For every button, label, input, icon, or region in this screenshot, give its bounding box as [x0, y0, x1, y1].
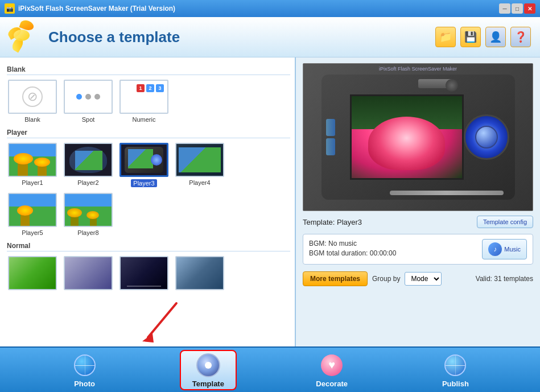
toolbar-photo-btn[interactable]: Photo [56, 350, 113, 390]
minimize-button[interactable]: ─ [499, 3, 510, 14]
player3-label: Player3 [131, 179, 156, 187]
player5-label: Player5 [22, 229, 43, 236]
template-item-player2[interactable]: Player2 [63, 143, 114, 187]
template-item-player1[interactable]: Player1 [7, 143, 58, 187]
player3-screen [128, 149, 153, 168]
more-templates-button[interactable]: More templates [303, 271, 368, 286]
template-item-normal1[interactable] [7, 256, 58, 290]
template-item-player8[interactable]: Player8 [63, 193, 114, 236]
decorate-icon: ♥ [321, 354, 343, 376]
publish-label: Publish [442, 379, 469, 388]
blank-thumb: ⊘ [8, 80, 57, 114]
blank-label: Blank [24, 116, 40, 123]
template-info-row: Template: Player3 Template config [303, 216, 533, 228]
valid-count-label: Valid: 31 templates [476, 275, 533, 283]
template-item-player4[interactable]: Player4 [174, 143, 225, 187]
camera-body [321, 75, 515, 200]
titlebar: 📷 iPixSoft Flash ScreenSaver Maker (Tria… [0, 0, 540, 17]
blank-section-label: Blank [7, 65, 290, 75]
spot-dot-3 [94, 94, 100, 100]
spot-dot-2 [85, 94, 91, 100]
player5-thumb [8, 193, 57, 227]
publish-icon [444, 354, 466, 376]
photo-icon-wrap [72, 352, 98, 378]
blank-template-grid: ⊘ Blank Spot [7, 80, 290, 123]
player2-thumb [64, 143, 113, 177]
publish-icon-wrap [442, 352, 468, 378]
pub-globe-line-v [455, 356, 456, 375]
player4-label: Player4 [189, 179, 210, 186]
photo-icon [74, 354, 96, 376]
cam-btn-2 [326, 138, 335, 155]
pub-globe-line-h [446, 365, 465, 366]
header: Choose a template 📁 💾 👤 ❓ [0, 17, 540, 57]
window-controls: ─ □ ✕ [499, 3, 535, 14]
normal1-thumb [8, 256, 57, 290]
group-by-select[interactable]: Mode Style Type [405, 272, 442, 286]
player4-screen [179, 147, 221, 172]
maximize-button[interactable]: □ [512, 3, 523, 14]
player3-thumb [119, 143, 168, 177]
player4-thumb [175, 143, 224, 177]
cam-btn-1 [326, 119, 335, 136]
p8-head [67, 208, 82, 217]
numeric-badges: 1 2 3 [137, 84, 164, 92]
lens-inner [475, 126, 498, 148]
player1-thumb [8, 143, 57, 177]
toolbar-publish-btn[interactable]: Publish [427, 350, 484, 390]
spot-dot-1 [76, 94, 82, 100]
template-item-numeric[interactable]: 1 2 3 Numeric [118, 80, 170, 123]
player-section-label: Player [7, 129, 290, 138]
player-row2-grid: Player5 Player8 [7, 193, 290, 236]
numeric-label: Numeric [133, 116, 156, 123]
logo-center [14, 30, 30, 41]
toolbar-template-btn[interactable]: Template [180, 350, 237, 390]
save-button[interactable]: 💾 [460, 27, 481, 47]
template-list-panel[interactable]: Blank ⊘ Blank Spot [0, 57, 296, 346]
group-by-label: Group by [372, 275, 400, 283]
camera-screen [350, 94, 464, 180]
app-logo [9, 23, 40, 51]
template-config-button[interactable]: Template config [477, 216, 533, 228]
more-templates-row: More templates Group by Mode Style Type … [303, 271, 533, 286]
normal-template-grid [7, 256, 290, 290]
template-item-normal3[interactable] [118, 256, 170, 290]
preview-area: iPixSoft Flash ScreenSaver Maker [303, 63, 533, 211]
decorate-label: Decorate [316, 379, 348, 388]
header-toolbar: 📁 💾 👤 ❓ [435, 27, 531, 47]
template-item-player5[interactable]: Player5 [7, 193, 58, 236]
camera-side-buttons [326, 119, 335, 155]
app-icon: 📷 [5, 3, 15, 14]
main-container: Choose a template 📁 💾 👤 ❓ Blank ⊘ Blank [0, 17, 540, 392]
spot-label: Spot [82, 116, 95, 123]
preview-watermark: iPixSoft Flash ScreenSaver Maker [379, 66, 457, 72]
open-folder-button[interactable]: 📁 [435, 27, 456, 47]
template-item-normal2[interactable] [63, 256, 114, 290]
close-button[interactable]: ✕ [524, 3, 535, 14]
template-item-player3[interactable]: Player3 [118, 143, 170, 187]
rose-image [352, 96, 462, 178]
account-button[interactable]: 👤 [485, 27, 506, 47]
bgm-duration: BGM total duration: 00:00:00 [309, 249, 396, 257]
player5-bg [9, 194, 56, 226]
normal-section-label: Normal [7, 242, 290, 251]
template-name-label: Template: Player3 [303, 218, 362, 226]
template-icon [196, 353, 220, 377]
player1-label: Player1 [22, 179, 43, 186]
num-2: 2 [146, 84, 154, 92]
bgm-label: BGM: No music [309, 240, 396, 247]
help-button[interactable]: ❓ [510, 27, 531, 47]
template-item-spot[interactable]: Spot [63, 80, 114, 123]
player8-thumb [64, 193, 113, 227]
player-template-grid: Player1 Player2 P [7, 143, 290, 187]
music-button[interactable]: ♪ Music [482, 239, 527, 259]
numeric-thumb: 1 2 3 [119, 80, 168, 114]
camera-slider [390, 191, 504, 195]
num-3: 3 [156, 84, 164, 92]
globe-line-h [75, 365, 94, 366]
toolbar-decorate-btn[interactable]: ♥ Decorate [303, 350, 360, 390]
template-item-blank[interactable]: ⊘ Blank [7, 80, 58, 123]
photo-label: Photo [74, 379, 95, 388]
camera-lens [464, 114, 509, 160]
template-item-normal4[interactable] [174, 256, 225, 290]
